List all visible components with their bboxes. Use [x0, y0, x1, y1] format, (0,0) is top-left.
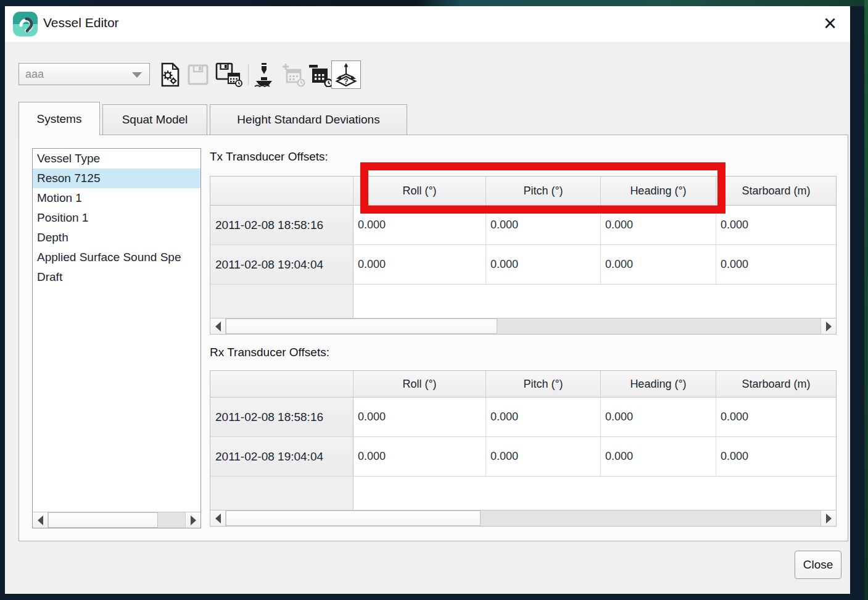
list-item-draft[interactable]: Draft: [33, 267, 200, 287]
vessel-editor-dialog: Vessel Editor × aaa: [5, 6, 850, 594]
list-item-position-1[interactable]: Position 1: [33, 208, 200, 228]
save-with-date-button[interactable]: [213, 60, 244, 89]
table-row: 2011-02-08 18:58:16 0.000 0.000 0.000 0.…: [210, 206, 836, 245]
list-item-vessel-type[interactable]: Vessel Type: [33, 149, 200, 169]
scroll-thumb[interactable]: [226, 319, 497, 334]
offset-cell-roll[interactable]: 0.000: [353, 245, 486, 285]
scroll-right-button[interactable]: [185, 512, 200, 528]
offset-cell-pitch[interactable]: 0.000: [486, 437, 601, 477]
pencil-ship-icon: [253, 62, 275, 88]
desktop-top-edge: [0, 0, 868, 6]
calendar-plus-icon: [281, 62, 305, 87]
remove-date-entry-button[interactable]: [307, 60, 334, 89]
offset-cell-starboard[interactable]: 0.000: [716, 245, 836, 285]
tab-systems[interactable]: Systems: [19, 102, 100, 135]
row-header-timestamp: 2011-02-08 19:04:04: [210, 437, 353, 477]
arrow-right-icon: [826, 322, 832, 331]
arrow-left-icon: [38, 515, 43, 525]
column-header-pitch: Pitch (°): [486, 371, 601, 398]
offset-cell-roll[interactable]: 0.000: [353, 398, 486, 437]
offset-cell-heading[interactable]: 0.000: [601, 206, 716, 245]
scroll-left-button[interactable]: [33, 512, 48, 528]
svg-text:?: ?: [344, 77, 348, 86]
table-row: 2011-02-08 18:58:16 0.000 0.000 0.000 0.…: [210, 398, 836, 437]
tx-header-row: Roll (°) Pitch (°) Heading (°) Starboard…: [210, 177, 836, 206]
column-header-heading: Heading (°): [601, 371, 716, 398]
chevron-down-icon: [132, 72, 142, 78]
offset-cell-heading[interactable]: 0.000: [601, 245, 716, 285]
list-item-motion-1[interactable]: Motion 1: [33, 188, 200, 208]
tx-offsets-label: Tx Transducer Offsets:: [210, 150, 328, 164]
table-corner-header: [210, 177, 353, 206]
row-header-timestamp: 2011-02-08 18:58:16: [210, 206, 353, 245]
edit-vessel-button[interactable]: [251, 60, 277, 89]
column-header-heading: Heading (°): [601, 177, 716, 206]
scroll-right-button[interactable]: [820, 510, 836, 526]
table-row: 2011-02-08 19:04:04 0.000 0.000 0.000 0.…: [210, 437, 836, 477]
systems-tab-panel: Vessel Type Reson 7125 Motion 1 Position…: [19, 135, 848, 541]
offset-cell-heading[interactable]: 0.000: [601, 437, 716, 477]
window-close-button[interactable]: ×: [824, 10, 837, 37]
scroll-right-button[interactable]: [820, 319, 836, 334]
scroll-thumb[interactable]: [226, 510, 481, 526]
tab-squat-model[interactable]: Squat Model: [102, 104, 207, 135]
arrow-right-icon: [826, 514, 832, 523]
offset-cell-starboard[interactable]: 0.000: [716, 398, 836, 437]
tab-height-standard-deviations[interactable]: Height Standard Deviations: [210, 104, 407, 135]
close-icon: ×: [824, 10, 837, 36]
column-header-roll: Roll (°): [353, 371, 486, 398]
vessel-editor-logo-icon: [12, 11, 38, 37]
offset-cell-pitch[interactable]: 0.000: [486, 206, 601, 245]
table-row: 2011-02-08 19:04:04 0.000 0.000 0.000 0.…: [210, 245, 836, 285]
arrow-left-icon: [215, 322, 221, 331]
row-header-timestamp: 2011-02-08 19:04:04: [210, 245, 353, 285]
row-header-timestamp: 2011-02-08 18:58:16: [210, 398, 353, 437]
table-corner-header: [210, 371, 353, 398]
vessel-config-select[interactable]: aaa: [19, 63, 150, 85]
table-empty-area: [210, 285, 836, 318]
offset-cell-starboard[interactable]: 0.000: [716, 206, 836, 245]
toolbar-separator: [248, 64, 249, 85]
list-item-applied-surface-sound-speed[interactable]: Applied Surface Sound Spe: [33, 248, 200, 267]
column-header-roll: Roll (°): [353, 177, 486, 206]
titlebar: Vessel Editor ×: [5, 6, 850, 42]
offset-cell-pitch[interactable]: 0.000: [486, 398, 601, 437]
axes-question-icon: ?: [334, 62, 358, 88]
axes-diagram-button[interactable]: ?: [331, 60, 361, 89]
calendar-minus-icon: [308, 62, 333, 87]
offset-cell-heading[interactable]: 0.000: [601, 398, 716, 437]
scroll-left-button[interactable]: [210, 319, 226, 334]
rx-offsets-table: Roll (°) Pitch (°) Heading (°) Starboard…: [210, 370, 837, 527]
offset-cell-pitch[interactable]: 0.000: [486, 245, 601, 285]
add-date-entry-button[interactable]: [279, 60, 307, 89]
vessel-config-value: aaa: [25, 68, 44, 81]
save-icon: [188, 64, 209, 85]
scroll-thumb[interactable]: [48, 512, 158, 528]
tx-offsets-table: Roll (°) Pitch (°) Heading (°) Starboard…: [210, 176, 837, 335]
column-header-pitch: Pitch (°): [486, 177, 601, 206]
file-settings-button[interactable]: [157, 60, 183, 89]
rx-header-row: Roll (°) Pitch (°) Heading (°) Starboard…: [210, 371, 836, 398]
systems-list-hscrollbar[interactable]: [33, 512, 200, 528]
table-empty-area: [210, 477, 836, 510]
column-header-starboard: Starboard (m): [716, 371, 836, 398]
window-title: Vessel Editor: [43, 15, 119, 30]
offset-cell-roll[interactable]: 0.000: [353, 206, 486, 245]
list-item-depth[interactable]: Depth: [33, 228, 200, 248]
list-item-reson-7125[interactable]: Reson 7125: [33, 169, 200, 188]
scroll-left-button[interactable]: [210, 510, 226, 526]
offset-cell-roll[interactable]: 0.000: [353, 437, 486, 477]
desktop-background: Vessel Editor × aaa: [0, 0, 868, 600]
save-calendar-clock-icon: [215, 62, 242, 87]
desktop-right-edge: [864, 0, 868, 600]
rx-table-hscrollbar[interactable]: [210, 510, 836, 526]
rx-offsets-label: Rx Transducer Offsets:: [210, 346, 329, 359]
column-header-starboard: Starboard (m): [716, 177, 836, 206]
save-button[interactable]: [186, 60, 210, 89]
offset-cell-starboard[interactable]: 0.000: [716, 437, 836, 477]
close-button[interactable]: Close: [795, 551, 841, 579]
tx-table-hscrollbar[interactable]: [210, 318, 836, 334]
file-gears-icon: [159, 62, 180, 87]
arrow-right-icon: [191, 515, 196, 525]
systems-list: Vessel Type Reson 7125 Motion 1 Position…: [32, 148, 201, 528]
